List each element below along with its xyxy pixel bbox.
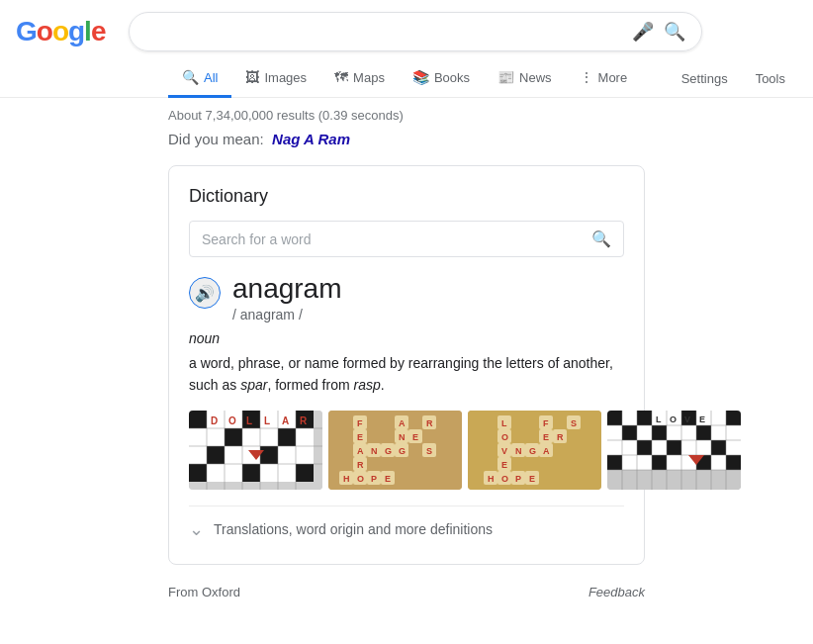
search-bar-icons: 🎤 🔍 — [632, 21, 685, 43]
svg-text:S: S — [571, 418, 577, 428]
tab-more-label: More — [598, 70, 628, 85]
svg-text:R: R — [300, 415, 308, 426]
tools-link[interactable]: Tools — [744, 61, 797, 96]
results-count: About 7,34,00,000 results (0.39 seconds) — [168, 108, 404, 123]
svg-text:O: O — [501, 432, 508, 442]
svg-rect-22 — [189, 464, 207, 482]
speaker-button[interactable]: 🔊 — [189, 277, 221, 309]
source-label: From Oxford — [168, 585, 240, 599]
svg-text:R: R — [426, 418, 433, 428]
svg-text:F: F — [543, 418, 549, 428]
svg-text:L: L — [264, 415, 270, 426]
word-text: anagram — [232, 273, 342, 305]
svg-rect-118 — [726, 411, 741, 425]
svg-rect-123 — [667, 425, 681, 440]
did-you-mean-link[interactable]: Nag A Ram — [272, 131, 350, 147]
svg-text:P: P — [371, 474, 377, 484]
feedback-link[interactable]: Feedback — [588, 585, 645, 599]
svg-rect-110 — [607, 411, 622, 425]
footer: From Oxford Feedback — [0, 573, 813, 611]
tab-books[interactable]: 📚 Books — [399, 59, 484, 98]
svg-rect-8 — [189, 428, 207, 446]
tab-maps-label: Maps — [353, 70, 385, 85]
svg-rect-130 — [637, 440, 652, 455]
tab-images[interactable]: 🖼 Images — [231, 59, 320, 98]
svg-rect-126 — [711, 425, 726, 440]
svg-text:A: A — [399, 418, 406, 428]
svg-rect-20 — [278, 446, 296, 464]
results-info: About 7,34,00,000 results (0.39 seconds) — [0, 98, 813, 129]
definition-example1: spar — [240, 377, 267, 393]
search-input[interactable]: Anagram — [145, 23, 624, 41]
mic-icon[interactable]: 🎤 — [632, 21, 654, 43]
svg-rect-112 — [637, 411, 652, 425]
svg-text:E: E — [385, 474, 391, 484]
svg-rect-141 — [667, 455, 681, 470]
svg-text:H: H — [488, 474, 495, 484]
svg-text:L: L — [246, 415, 252, 426]
word-info: anagram / anagram / — [232, 273, 342, 322]
definition-mid: , formed from — [267, 377, 353, 393]
dictionary-search-icon[interactable]: 🔍 — [591, 230, 611, 248]
svg-text:O: O — [228, 415, 236, 426]
pronunciation: / anagram / — [232, 307, 342, 322]
svg-rect-13 — [278, 428, 296, 446]
svg-rect-134 — [696, 440, 711, 455]
maps-icon: 🗺 — [334, 69, 348, 85]
svg-rect-135 — [711, 440, 726, 455]
svg-text:D: D — [211, 415, 218, 426]
svg-text:A: A — [543, 446, 550, 456]
svg-rect-139 — [637, 455, 652, 470]
svg-text:E: E — [543, 432, 549, 442]
more-definitions[interactable]: ⌄ Translations, word origin and more def… — [189, 506, 624, 544]
more-icon: ⋮ — [580, 69, 593, 85]
svg-text:E: E — [699, 414, 705, 424]
dictionary-search-bar: 🔍 — [189, 221, 624, 257]
svg-text:E: E — [412, 432, 418, 442]
svg-rect-17 — [225, 446, 242, 464]
svg-text:R: R — [557, 432, 564, 442]
all-icon: 🔍 — [182, 69, 199, 85]
svg-text:H: H — [343, 474, 350, 484]
tab-news[interactable]: 📰 News — [484, 59, 566, 98]
news-icon: 📰 — [497, 69, 514, 85]
svg-rect-137 — [607, 455, 622, 470]
svg-rect-10 — [225, 428, 242, 446]
speaker-icon: 🔊 — [195, 284, 215, 303]
svg-rect-145 — [726, 455, 741, 470]
svg-text:R: R — [357, 460, 364, 470]
svg-text:N: N — [515, 446, 522, 456]
svg-text:E: E — [357, 432, 363, 442]
search-submit-icon[interactable]: 🔍 — [664, 21, 685, 43]
svg-text:A: A — [357, 446, 364, 456]
svg-text:F: F — [357, 418, 363, 428]
svg-rect-21 — [296, 446, 314, 464]
svg-rect-133 — [681, 440, 696, 455]
svg-text:V: V — [501, 446, 507, 456]
svg-text:O: O — [357, 474, 364, 484]
nav-right: Settings Tools — [670, 61, 813, 96]
svg-rect-125 — [696, 425, 711, 440]
search-bar: Anagram 🎤 🔍 — [129, 12, 702, 51]
image-thumb-1[interactable]: D O L L A R — [189, 411, 322, 490]
svg-text:O: O — [501, 474, 508, 484]
settings-link[interactable]: Settings — [670, 61, 740, 96]
images-icon: 🖼 — [245, 69, 259, 85]
definition-example2: rasp — [354, 377, 381, 393]
tab-maps[interactable]: 🗺 Maps — [320, 59, 399, 98]
svg-rect-25 — [242, 464, 260, 482]
svg-rect-16 — [207, 446, 225, 464]
svg-rect-132 — [667, 440, 681, 455]
image-thumb-3[interactable]: L O V E N G F E A R S H O — [468, 411, 601, 490]
svg-rect-129 — [622, 440, 637, 455]
google-logo[interactable]: Google — [16, 16, 105, 47]
image-row: D O L L A R — [189, 411, 624, 490]
tab-more[interactable]: ⋮ More — [566, 59, 642, 98]
dictionary-search-input[interactable] — [202, 231, 584, 247]
image-thumb-4[interactable]: L O V E — [607, 411, 741, 490]
dictionary-card: Dictionary 🔍 🔊 anagram / anagram / noun … — [168, 165, 645, 565]
tab-all[interactable]: 🔍 All — [168, 59, 231, 98]
image-thumb-2[interactable]: F E A R N G A N G E R S H — [328, 411, 462, 490]
svg-text:A: A — [282, 415, 289, 426]
svg-rect-111 — [622, 411, 637, 425]
